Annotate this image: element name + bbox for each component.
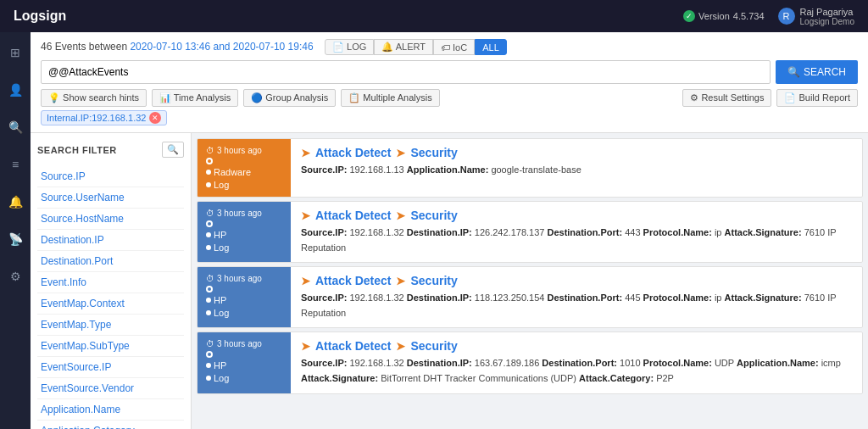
event-title[interactable]: ➤ Attack Detect ➤ Security	[301, 209, 852, 222]
sidebar-item-destination-ip[interactable]: Destination.IP	[37, 230, 184, 251]
sidebar-items-list: Source.IPSource.UserNameSource.HostNameD…	[37, 166, 184, 429]
event-title-arrow: ➤	[396, 147, 405, 159]
event-meta: ⏱ 3 hours ago HP Log	[198, 202, 291, 262]
avatar: R	[778, 8, 795, 25]
sidebar-item-application-category[interactable]: Application.Category	[37, 421, 184, 429]
tab-ioc[interactable]: 🏷 IoC	[433, 39, 475, 55]
nav-layers-icon[interactable]: ≡	[3, 153, 27, 176]
action-row: 💡 Show search hints 📊 Time Analysis 🔵 Gr…	[41, 89, 858, 107]
filter-tag-remove-button[interactable]: ✕	[149, 112, 161, 124]
sidebar-item-eventsource-ip[interactable]: EventSource.IP	[37, 357, 184, 378]
event-dot-row	[206, 158, 282, 164]
event-time: ⏱ 3 hours ago	[206, 274, 282, 283]
filter-tag-ip: Internal.IP:192.168.1.32 ✕	[41, 110, 167, 125]
date-range: 2020-07-10 13:46 and 2020-07-10 19:46	[130, 41, 313, 53]
nav-grid-icon[interactable]: ⊞	[3, 41, 27, 64]
event-title-arrow: ➤	[396, 275, 405, 287]
event-time: ⏱ 3 hours ago	[206, 209, 282, 218]
event-card: ⏱ 3 hours ago HP Log➤ Attack Detect ➤ Se…	[197, 266, 863, 328]
sidebar-item-application-name[interactable]: Application.Name	[37, 399, 184, 421]
event-detail: Source.IP: 192.168.1.32 Destination.IP: …	[301, 291, 852, 320]
event-card: ⏱ 3 hours ago Radware Log➤ Attack Detect…	[197, 138, 863, 198]
event-dot-row	[206, 351, 282, 358]
sidebar-item-destination-port[interactable]: Destination.Port	[37, 251, 184, 272]
multiple-analysis-button[interactable]: 📋 Multiple Analysis	[341, 89, 439, 107]
event-label-row: HP	[206, 230, 282, 240]
event-label-row: HP	[206, 295, 282, 305]
event-title-text: Security	[410, 209, 457, 222]
event-label-row: Radware	[206, 167, 282, 177]
event-body: ➤ Attack Detect ➤ SecuritySource.IP: 192…	[291, 332, 862, 393]
event-label-row: Log	[206, 242, 282, 253]
version-number: 4.5.734	[733, 11, 765, 21]
search-input[interactable]	[41, 60, 771, 84]
sidebar-item-event-info[interactable]: Event.Info	[37, 272, 184, 293]
event-title[interactable]: ➤ Attack Detect ➤ Security	[301, 339, 852, 353]
nav-wifi-icon[interactable]: 📡	[3, 227, 27, 251]
event-time: ⏱ 3 hours ago	[206, 146, 282, 155]
filter-tag-label: Internal.IP:192.168.1.32	[47, 113, 146, 123]
sidebar-item-source-hostname[interactable]: Source.HostName	[37, 209, 184, 230]
event-detail: Source.IP: 192.168.1.32 Destination.IP: …	[301, 356, 852, 386]
sidebar-header: SEARCH FILTER 🔍	[37, 142, 184, 158]
result-settings-button[interactable]: ⚙ Result Settings	[682, 89, 771, 107]
sidebar-item-source-ip[interactable]: Source.IP	[37, 166, 184, 187]
sidebar-item-eventmap-subtype[interactable]: EventMap.SubType	[37, 336, 184, 357]
user-details: Raj Pagariya Logsign Demo	[800, 7, 854, 26]
events-info: 46 Events between 2020-07-10 13:46 and 2…	[41, 39, 858, 55]
sidebar-item-eventsource-vendor[interactable]: EventSource.Vendor	[37, 378, 184, 399]
version-label: Version	[698, 11, 730, 21]
sidebar-item-eventmap-type[interactable]: EventMap.Type	[37, 315, 184, 336]
tab-all[interactable]: ALL	[475, 39, 507, 55]
event-meta: ⏱ 3 hours ago Radware Log	[198, 139, 291, 197]
search-button[interactable]: 🔍 SEARCH	[776, 60, 858, 84]
events-label: Events between	[55, 41, 127, 53]
event-title-text: Security	[410, 274, 457, 287]
tab-alert[interactable]: 🔔 ALERT	[374, 39, 433, 55]
event-title-arrow: ➤	[301, 209, 310, 222]
sidebar-item-eventmap-context[interactable]: EventMap.Context	[37, 293, 184, 315]
left-nav: ⊞ 👤 🔍 ≡ 🔔 📡 ⚙	[0, 32, 31, 429]
event-time: ⏱ 3 hours ago	[206, 339, 282, 348]
user-sub: Logsign Demo	[800, 17, 854, 26]
event-title-arrow: ➤	[396, 209, 405, 222]
event-title-text: Attack Detect	[315, 274, 391, 287]
sidebar-item-source-username[interactable]: Source.UserName	[37, 187, 184, 209]
topbar-right: ✓ Version 4.5.734 R Raj Pagariya Logsign…	[683, 7, 854, 26]
group-analysis-button[interactable]: 🔵 Group Analysis	[243, 89, 336, 107]
event-title-arrow: ➤	[301, 147, 310, 159]
event-label-row: Log	[206, 180, 282, 190]
event-body: ➤ Attack Detect ➤ SecuritySource.IP: 192…	[291, 267, 862, 327]
event-title-arrow: ➤	[301, 275, 310, 287]
user-info[interactable]: R Raj Pagariya Logsign Demo	[778, 7, 854, 26]
action-right: ⚙ Result Settings 📄 Build Report	[682, 89, 858, 107]
event-card: ⏱ 3 hours ago HP Log➤ Attack Detect ➤ Se…	[197, 332, 863, 393]
tab-log[interactable]: 📄 LOG	[325, 39, 374, 55]
event-title-text: Attack Detect	[315, 339, 391, 353]
event-meta: ⏱ 3 hours ago HP Log	[198, 267, 291, 327]
event-label-row: Log	[206, 308, 282, 318]
event-label-row: Log	[206, 373, 282, 383]
event-detail: Source.IP: 192.168.1.13 Application.Name…	[301, 163, 852, 178]
user-name: Raj Pagariya	[800, 7, 854, 17]
time-analysis-button[interactable]: 📊 Time Analysis	[152, 89, 238, 107]
nav-bell-icon[interactable]: 🔔	[3, 190, 27, 214]
event-title-arrow: ➤	[396, 340, 405, 353]
sidebar-search-button[interactable]: 🔍	[162, 142, 184, 158]
logo: Logsign	[14, 8, 66, 24]
show-search-hints-button[interactable]: 💡 Show search hints	[41, 89, 147, 107]
sidebar-title: SEARCH FILTER	[37, 145, 117, 155]
build-report-button[interactable]: 📄 Build Report	[776, 89, 858, 107]
event-body: ➤ Attack Detect ➤ SecuritySource.IP: 192…	[291, 139, 862, 197]
event-title-text: Security	[410, 339, 457, 353]
event-dot-row	[206, 286, 282, 292]
nav-person-icon[interactable]: 👤	[3, 78, 27, 102]
version-check-icon: ✓	[683, 10, 695, 22]
topbar: Logsign ✓ Version 4.5.734 R Raj Pagariya…	[0, 0, 868, 32]
search-filter-sidebar: SEARCH FILTER 🔍 Source.IPSource.UserName…	[31, 133, 192, 429]
nav-search-icon[interactable]: 🔍	[3, 115, 27, 139]
search-header: 46 Events between 2020-07-10 13:46 and 2…	[31, 32, 868, 133]
event-title[interactable]: ➤ Attack Detect ➤ Security	[301, 274, 852, 287]
event-title[interactable]: ➤ Attack Detect ➤ Security	[301, 146, 852, 159]
nav-gear-icon[interactable]: ⚙	[3, 265, 27, 288]
